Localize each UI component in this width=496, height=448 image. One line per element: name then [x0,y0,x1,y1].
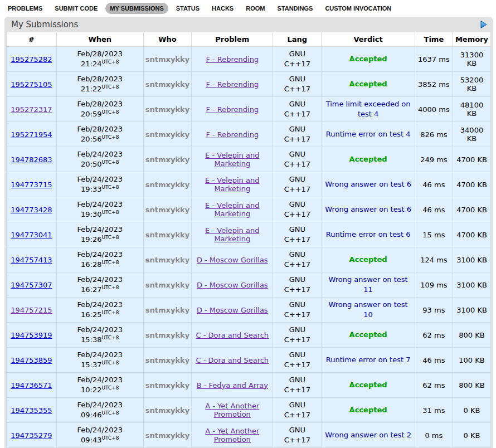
nav-item-room[interactable]: ROOM [241,3,269,14]
submission-lang: GNU C++17 [273,172,322,197]
submission-time: 31 ms [415,398,453,423]
submission-lang: GNU C++17 [273,298,322,323]
submission-who: sntmxykky [143,272,191,298]
nav-item-custom-invocation[interactable]: CUSTOM INVOCATION [320,3,396,14]
submission-id-link[interactable]: 194753919 [11,331,52,339]
submission-memory: 0 KB [453,398,491,423]
submission-id-link[interactable]: 194735279 [11,431,52,440]
submission-time: 46 ms [415,348,453,373]
submission-id-link[interactable]: 194757215 [11,306,52,314]
problem-link[interactable]: E - Velepin and Marketing [205,151,259,168]
nav-item-my-submissions[interactable]: MY SUBMISSIONS [105,3,168,14]
submission-time: 46 ms [415,197,453,222]
submission-when: Feb/28/2023 21:22UTC+8 [56,72,143,97]
table-row: 195272317 Feb/28/2023 20:59UTC+8 sntmxyk… [7,97,491,122]
submission-id-link[interactable]: 194753859 [11,356,52,364]
submission-memory: 31300 KB [453,47,491,72]
verdict-text: Accepted [349,80,387,88]
nav-item-submit-code[interactable]: SUBMIT CODE [50,3,102,14]
submission-when: Feb/24/2023 20:50UTC+8 [56,147,143,172]
submission-memory: 4700 KB [453,222,491,247]
submission-id-link[interactable]: 194735355 [11,406,52,415]
verdict-text: Time limit exceeded on test 4 [326,100,411,118]
table-row: 194736571 Feb/24/2023 10:22UTC+8 sntmxyk… [7,373,491,398]
verdict-text: Accepted [349,381,387,389]
problem-link[interactable]: A - Yet Another Promotion [205,402,259,418]
verdict-text: Wrong answer on test 2 [325,431,411,439]
submission-id-link[interactable]: 195272317 [11,105,52,114]
submission-who: sntmxykky [143,373,191,398]
submission-id-link[interactable]: 195275105 [11,80,52,89]
submissions-tbody: 195275282 Feb/28/2023 21:24UTC+8 sntmxyk… [7,47,491,448]
problem-link[interactable]: D - Moscow Gorillas [197,306,268,314]
submission-who: sntmxykky [143,247,191,272]
table-header-row: # When Who Problem Lang Verdict Time Mem… [7,32,491,47]
problem-link[interactable]: E - Velepin and Marketing [205,176,259,193]
problem-link[interactable]: D - Moscow Gorillas [197,256,268,264]
submission-id-link[interactable]: 194757413 [11,256,52,264]
submission-lang: GNU C++17 [273,47,322,72]
submission-lang: GNU C++17 [273,398,322,423]
nav-item-hacks[interactable]: HACKS [207,3,238,14]
problem-link[interactable]: B - Fedya and Array [197,381,268,389]
table-row: 194753859 Feb/24/2023 15:37UTC+8 sntmxyk… [7,348,491,373]
verdict-text: Runtime error on test 6 [326,230,411,238]
problem-link[interactable]: A - Yet Another Promotion [205,427,259,444]
submission-when: Feb/24/2023 19:26UTC+8 [56,222,143,247]
problem-link[interactable]: D - Moscow Gorillas [197,281,268,289]
submission-lang: GNU C++17 [273,122,322,147]
problem-link[interactable]: F - Rebrending [206,55,259,64]
submission-who: sntmxykky [143,348,191,373]
problem-link[interactable]: F - Rebrending [206,130,259,139]
submission-when: Feb/24/2023 16:27UTC+8 [56,272,143,298]
verdict-text: Wrong answer on test 6 [325,180,411,188]
problem-link[interactable]: E - Velepin and Marketing [205,226,259,243]
verdict-text: Accepted [349,55,387,63]
submission-id-link[interactable]: 195275282 [11,55,52,64]
submission-lang: GNU C++17 [273,323,322,348]
nav-item-status[interactable]: STATUS [172,3,204,14]
submission-id-link[interactable]: 194736571 [11,381,52,389]
panel-header: My Submissions [6,17,491,32]
table-row: 194757413 Feb/24/2023 16:28UTC+8 sntmxyk… [7,247,491,272]
submission-time: 93 ms [415,298,453,323]
verdict-text: Runtime error on test 4 [326,130,411,138]
problem-link[interactable]: E - Velepin and Marketing [205,201,259,218]
submission-who: sntmxykky [143,197,191,222]
problem-link[interactable]: C - Dora and Search [196,331,269,339]
submission-id-link[interactable]: 195271954 [11,130,52,139]
column-header-time: Time [415,32,453,47]
page-title: My Submissions [11,20,78,30]
submission-when: Feb/24/2023 19:33UTC+8 [56,172,143,197]
submission-id-link[interactable]: 194782683 [11,155,52,164]
submission-id-link[interactable]: 194773715 [11,181,52,189]
submission-lang: GNU C++17 [273,72,322,97]
verdict-text: Runtime error on test 7 [326,356,411,364]
submission-when: Feb/28/2023 20:59UTC+8 [56,97,143,122]
submission-who: sntmxykky [143,222,191,247]
submission-time: 4000 ms [415,97,453,122]
submission-lang: GNU C++17 [273,97,322,122]
play-arrow-icon[interactable] [480,21,487,28]
problem-link[interactable]: F - Rebrending [206,105,259,114]
verdict-text: Accepted [349,155,387,163]
column-header-lang: Lang [273,32,322,47]
submission-lang: GNU C++17 [273,348,322,373]
submission-when: Feb/24/2023 09:46UTC+8 [56,398,143,423]
submission-id-link[interactable]: 194773428 [11,206,52,214]
nav-item-standings[interactable]: STANDINGS [273,3,317,14]
problem-link[interactable]: F - Rebrending [206,80,259,89]
table-row: 194735355 Feb/24/2023 09:46UTC+8 sntmxyk… [7,398,491,423]
submission-when: Feb/28/2023 20:56UTC+8 [56,122,143,147]
submissions-panel: My Submissions # When Who [4,17,493,448]
nav-item-problems[interactable]: PROBLEMS [3,3,47,14]
submission-id-link[interactable]: 194773041 [11,231,52,239]
problem-link[interactable]: C - Dora and Search [196,356,269,364]
submission-id-link[interactable]: 194757307 [11,281,52,289]
column-header-when: When [56,32,143,47]
submission-time: 62 ms [415,323,453,348]
submission-time: 826 ms [415,122,453,147]
submission-time: 62 ms [415,373,453,398]
submission-who: sntmxykky [143,172,191,197]
table-row: 194735279 Feb/24/2023 09:43UTC+8 sntmxyk… [7,423,491,448]
